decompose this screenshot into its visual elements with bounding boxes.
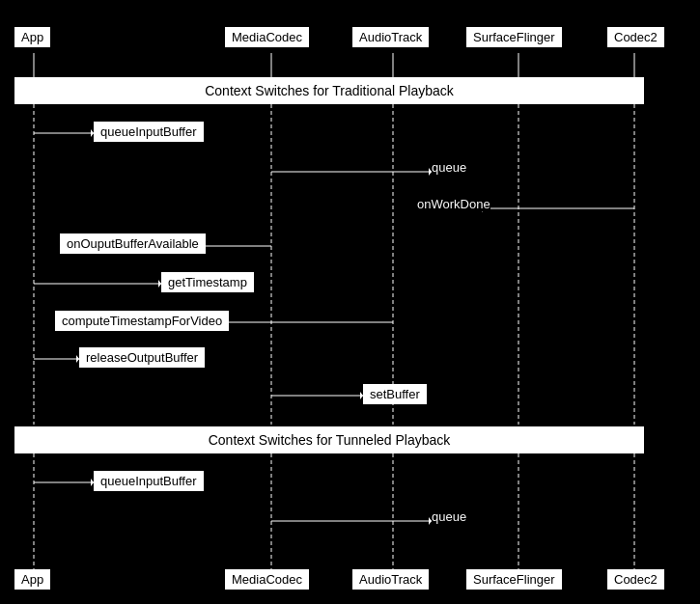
- label-queueinputbuffer-1: queueInputBuffer: [94, 122, 204, 142]
- footer-app: App: [14, 569, 50, 590]
- label-queue-1: queue: [432, 160, 466, 175]
- section1-bar: Context Switches for Traditional Playbac…: [14, 77, 644, 104]
- section2-bar: Context Switches for Tunneled Playback: [14, 426, 644, 453]
- label-onworkdone: onWorkDone: [417, 197, 490, 211]
- footer-mediacodec: MediaCodec: [225, 569, 309, 590]
- diagram: App MediaCodec AudioTrack SurfaceFlinger…: [0, 0, 700, 604]
- footer-codec2: Codec2: [607, 569, 664, 590]
- header-audiotrack: AudioTrack: [352, 27, 429, 47]
- label-queue-2: queue: [432, 509, 466, 524]
- header-mediacodec: MediaCodec: [225, 27, 309, 47]
- label-gettimestamp: getTimestamp: [161, 272, 254, 292]
- label-queueinputbuffer-2: queueInputBuffer: [94, 471, 204, 491]
- label-setbuffer: setBuffer: [363, 384, 427, 404]
- footer-audiotrack: AudioTrack: [352, 569, 429, 590]
- header-codec2: Codec2: [607, 27, 664, 47]
- label-releaseoutputbuffer: releaseOutputBuffer: [79, 347, 205, 368]
- label-onouputbufferavailable: onOuputBufferAvailable: [60, 233, 206, 254]
- header-surfaceflinger: SurfaceFlinger: [466, 27, 562, 47]
- header-app: App: [14, 27, 50, 47]
- footer-surfaceflinger: SurfaceFlinger: [466, 569, 562, 590]
- label-computetimestampforvideo: computeTimestampForVideo: [55, 311, 229, 331]
